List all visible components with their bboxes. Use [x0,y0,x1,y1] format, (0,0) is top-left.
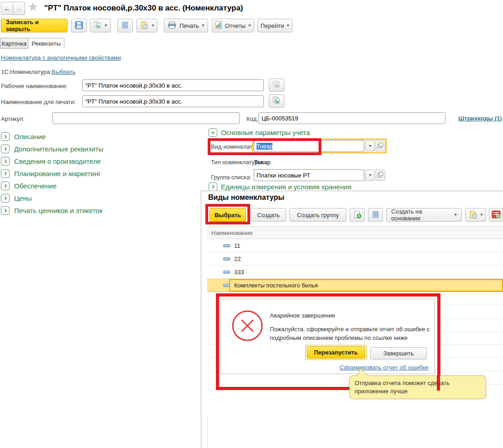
dropdown-arrow-icon [202,25,204,26]
sidebar-item-description[interactable]: Описание [1,130,103,143]
chevron-right-icon [1,145,10,153]
dropdown-arrow-icon [369,174,372,176]
goto-menu-button[interactable]: Перейти [257,19,293,32]
popup-title: Виды номенклатуры [208,193,284,202]
history-doc-button[interactable] [136,19,157,32]
select-button[interactable]: Выбрать [210,208,246,222]
print-name-copy-button[interactable] [269,94,284,108]
kind-combobox[interactable]: Товар [254,140,385,152]
list-column-header[interactable]: Наименование [207,226,503,239]
save-button[interactable] [71,19,87,32]
chevron-right-icon [209,182,217,191]
print-menu-button[interactable]: Печать [164,19,208,32]
goto-label: Перейти [261,22,284,29]
restart-button[interactable]: Перезапустить [307,346,365,359]
forward-button[interactable]: → [13,2,25,15]
list-settings-button[interactable] [117,19,133,32]
tab-details[interactable]: Реквизиты [28,38,64,49]
sidebar-item-planning[interactable]: Планирование и маркетинг [1,167,103,180]
copy-icon [94,21,102,31]
table-left-border [207,417,208,448]
list-item[interactable]: 22 [207,252,503,266]
main-params-section-header[interactable]: Основные параметры учета [209,128,310,137]
history-nav: ← → [1,2,25,15]
item-dash-icon [223,271,230,274]
section-label: Основные параметры учета [221,129,310,136]
code-label: Код: [246,115,258,122]
group-value: Платки носовые РТ [257,172,310,179]
create-new-button[interactable] [350,208,365,222]
one-c-nomenclature-label: 1С:Номенклатура: [1,68,52,75]
kind-dropdown-button[interactable] [365,141,375,151]
back-button[interactable]: ← [1,2,13,15]
history-doc-button[interactable] [465,208,486,222]
list-item[interactable]: 11 [207,239,503,252]
dropdown-arrow-icon [480,214,483,216]
group-label: Группа списка: [211,174,252,181]
section-label: Планирование и маркетинг [14,170,101,177]
item-dash-icon [223,244,230,247]
group-input[interactable]: Платки носовые РТ [254,169,364,181]
tab-card[interactable]: Карточка [0,38,28,49]
open-form-icon [377,142,383,150]
save-and-close-button[interactable]: Записать и закрыть [1,19,68,32]
generate-report-link[interactable]: Сформировать отчет об ошибке [340,364,429,371]
reports-menu-button[interactable]: Отчеты [212,19,254,32]
group-combobox[interactable]: Платки носовые РТ [254,169,385,181]
dropdown-arrow-icon [105,25,107,26]
finish-button[interactable]: Завершить [370,347,427,359]
report-settings-button[interactable] [489,208,503,222]
create-button[interactable]: Создать [251,208,286,222]
create-group-button[interactable]: Создать группу [289,208,346,222]
list-item-selected[interactable]: Комплекты постельного белья [207,279,503,292]
section-label: Цены [14,194,32,202]
reports-label: Отчеты [225,22,246,29]
document-plus-icon [353,210,362,220]
one-c-choose-link[interactable]: Выбрать [52,68,75,75]
open-form-icon [377,172,383,179]
red-list-plus-icon [492,210,501,220]
chevron-right-icon [1,157,10,166]
create-based-on-button[interactable]: Создать на основании [386,208,462,222]
copy-button[interactable] [90,19,111,32]
barcodes-link[interactable]: Штрихкоды (1) [458,115,502,122]
forward-icon: → [16,5,23,13]
kind-combo-focus: Товар [252,139,387,153]
chevron-right-icon [1,206,10,215]
sidebar-item-supply[interactable]: Обеспечение [1,180,103,192]
working-name-copy-button[interactable] [269,78,284,92]
dropdown-arrow-icon [454,214,457,216]
kind-open-button[interactable] [376,141,385,151]
list-view-button[interactable] [368,208,383,222]
tooltip-text: Отправка отчета поможет сделать приложен… [355,380,450,395]
code-input[interactable] [258,112,445,124]
printer-icon [168,21,177,30]
list-icon [372,210,379,220]
working-name-input[interactable] [82,79,264,91]
dropdown-arrow-icon [287,25,289,26]
crash-title: Аварийное завершение [270,312,335,319]
article-input[interactable] [52,112,240,124]
sidebar-item-prices[interactable]: Цены [1,192,103,204]
similar-nomenclature-link[interactable]: Номенклатура с аналогичными свойствами [1,54,121,61]
group-dropdown-button[interactable] [365,170,375,181]
dropdown-arrow-icon [248,25,251,26]
sidebar-item-additional[interactable]: Дополнительные реквизиты [1,143,103,155]
print-name-input[interactable] [82,95,264,107]
chevron-right-icon [1,182,10,190]
report-tooltip: Отправка отчета поможет сделать приложен… [349,375,486,399]
copy-green-icon [272,96,281,106]
group-open-button[interactable] [376,170,385,181]
section-label: Единицы измерения и условия хранения [221,183,351,191]
print-name-label: Наименование для печати: [1,99,76,105]
chevron-right-icon [1,132,10,141]
sidebar-item-manufacturer[interactable]: Сведения о производителе [1,155,103,167]
section-label: Дополнительные реквизиты [14,145,103,153]
item-name: 11 [234,242,241,249]
kind-input[interactable]: Товар [254,140,364,152]
units-section-header[interactable]: Единицы измерения и условия хранения [209,182,351,191]
crash-dialog: Аварийное завершение Пожалуйста, сформир… [220,299,435,374]
list-item[interactable]: 333 [207,266,503,279]
favorite-star-icon[interactable]: ★ [27,0,38,14]
sidebar-item-price-tags[interactable]: Печать ценников и этикеток [1,204,103,217]
